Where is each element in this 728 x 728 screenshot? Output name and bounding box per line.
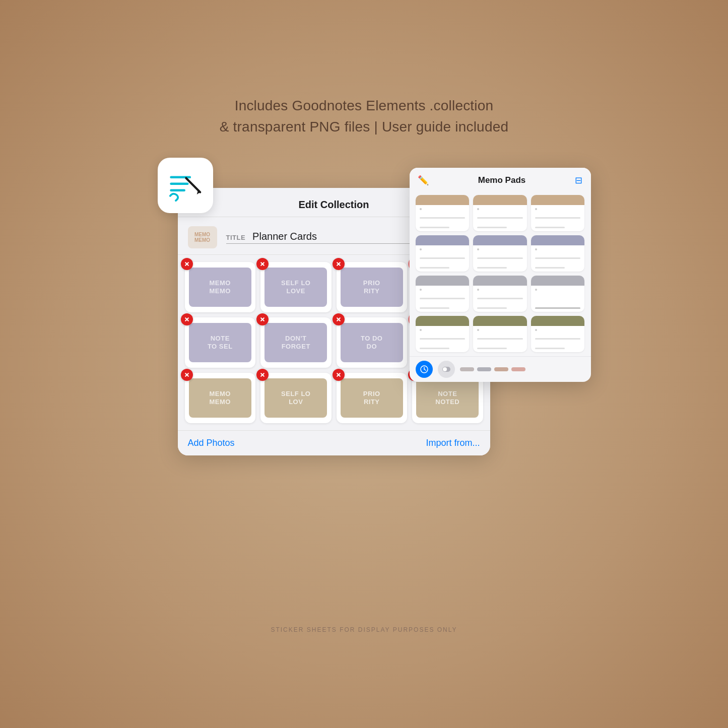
remove-button[interactable] xyxy=(181,313,193,325)
color-dot-1[interactable] xyxy=(460,367,474,371)
color-dot-3[interactable] xyxy=(494,367,508,371)
memo-card[interactable] xyxy=(416,195,470,231)
sticker-cell: MEMOMEMO xyxy=(185,262,256,312)
title-label: TITLE xyxy=(226,234,246,241)
color-options xyxy=(460,367,585,371)
remove-button[interactable] xyxy=(256,369,269,381)
sticker-card: TO DODO xyxy=(337,317,408,368)
disclaimer: STICKER SHEETS FOR DISPLAY PURPOSES ONLY xyxy=(271,626,457,633)
memo-card[interactable] xyxy=(416,235,470,272)
memo-card[interactable] xyxy=(531,235,585,272)
sticker-card: MEMOMEMO xyxy=(185,262,256,312)
remove-button[interactable] xyxy=(333,258,345,270)
sticker-cell: SELF LOLOVE xyxy=(260,262,332,312)
svg-line-3 xyxy=(186,178,200,192)
sticker-card: PRIORITY xyxy=(337,262,408,312)
remove-button[interactable] xyxy=(181,258,193,270)
memo-card[interactable] xyxy=(416,316,470,352)
sticker-card: SELF LOLOVE xyxy=(260,262,332,312)
toggle-button[interactable] xyxy=(438,361,455,378)
add-photos-button[interactable]: Add Photos xyxy=(188,438,235,448)
collection-thumbnail: MEMOMEMO xyxy=(188,226,217,248)
memo-panel-title: Memo Pads xyxy=(478,175,525,185)
memo-card[interactable] xyxy=(531,316,585,352)
remove-button[interactable] xyxy=(256,313,269,325)
remove-button[interactable] xyxy=(333,369,345,381)
memo-card[interactable] xyxy=(473,195,527,231)
memo-card[interactable] xyxy=(416,276,470,312)
memo-card[interactable] xyxy=(473,276,527,312)
sticker-card: NOTETO SEL xyxy=(185,317,256,368)
memo-toolbar xyxy=(410,356,591,382)
edit-icon[interactable]: ✏️ xyxy=(418,175,429,186)
sticker-card: PRIORITY xyxy=(337,373,408,423)
color-dot-4[interactable] xyxy=(511,367,525,371)
remove-button[interactable] xyxy=(181,369,193,381)
sticker-card: DON'TFORGET xyxy=(260,317,332,368)
memo-card[interactable] xyxy=(531,276,585,312)
clock-button[interactable] xyxy=(416,361,433,378)
sticker-cell: SELF LOLOV xyxy=(260,373,332,423)
sticker-cell: NOTETO SEL xyxy=(185,317,256,368)
sticker-cell: TO DODO xyxy=(337,317,408,368)
main-scene: Edit Collection MEMOMEMO TITLE Planner C… xyxy=(138,158,591,611)
grid-icon[interactable]: ⊟ xyxy=(575,175,582,186)
collection-name-value: Planner Cards xyxy=(252,231,317,242)
import-from-button[interactable]: Import from... xyxy=(426,438,480,448)
svg-point-9 xyxy=(443,367,447,371)
sticker-cell: PRIORITY xyxy=(337,373,408,423)
panel-actions: Add Photos Import from... xyxy=(178,430,490,455)
app-icon xyxy=(158,158,213,213)
remove-button[interactable] xyxy=(333,313,345,325)
memo-sticker-grid xyxy=(410,191,591,356)
sticker-card: MEMOMEMO xyxy=(185,373,256,423)
sticker-cell: DON'TFORGET xyxy=(260,317,332,368)
sticker-card: SELF LOLOV xyxy=(260,373,332,423)
top-description: Includes Goodnotes Elements .collection … xyxy=(220,95,508,138)
sticker-cell: PRIORITY xyxy=(337,262,408,312)
memo-pads-panel: ✏️ Memo Pads ⊟ xyxy=(410,168,591,382)
edit-panel-title: Edit Collection xyxy=(299,199,369,210)
remove-button[interactable] xyxy=(256,258,269,270)
sticker-cell: MEMOMEMO xyxy=(185,373,256,423)
color-dot-2[interactable] xyxy=(477,367,491,371)
memo-card[interactable] xyxy=(473,316,527,352)
memo-panel-header: ✏️ Memo Pads ⊟ xyxy=(410,168,591,191)
memo-card[interactable] xyxy=(473,235,527,272)
memo-card[interactable] xyxy=(531,195,585,231)
svg-line-7 xyxy=(424,369,426,370)
